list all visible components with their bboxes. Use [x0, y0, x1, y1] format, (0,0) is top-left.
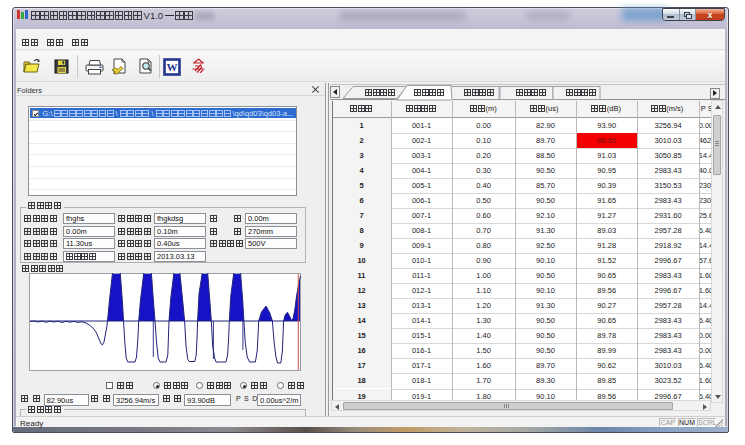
svg-text:W: W	[167, 61, 178, 73]
